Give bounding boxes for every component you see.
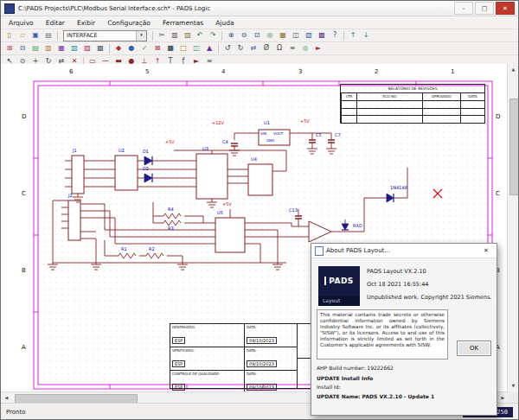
ohm-icon[interactable]: Ω: [273, 43, 285, 54]
vertical-scrollbar[interactable]: ▲ ▼: [507, 64, 518, 391]
legal-notice: This material contains trade secrets or …: [317, 309, 448, 360]
title-block-value: ESP: [172, 360, 185, 367]
new-icon[interactable]: ▯: [3, 30, 16, 41]
menu-item[interactable]: Editar: [40, 17, 71, 29]
rotate-cw-icon[interactable]: ↻: [234, 43, 247, 54]
zoom-in-icon[interactable]: ⊕: [225, 30, 237, 41]
redo-icon[interactable]: ↷: [207, 30, 219, 41]
title-block-row: CONTROLE DE QUALIDADE: ESP DATA: 09/10/2…: [170, 371, 297, 391]
dialog-title-bar[interactable]: About PADS Layout... ✕: [311, 244, 497, 258]
menu-bar: ArquivoEditarExibirConfiguraçãoFerrament…: [1, 16, 518, 29]
dialog-icon: [315, 246, 324, 256]
up-hierarchy-icon[interactable]: ↑: [347, 30, 359, 41]
toolbar-separator: [218, 44, 219, 54]
zoom-board-icon[interactable]: ⊡: [251, 30, 263, 41]
scroll-up-icon[interactable]: ▲: [508, 64, 519, 75]
copyright-text: Unpublished work. Copyright 2021 Siemens…: [367, 294, 493, 301]
toolbar-separator: [221, 31, 222, 41]
update-install-info: UPDATE Install Info: [317, 375, 373, 382]
world-icon[interactable]: ◎: [299, 43, 311, 54]
toolbar-separator: [343, 31, 344, 41]
scrollbar-corner: [507, 391, 518, 403]
menu-item[interactable]: Ferramentas: [157, 17, 209, 29]
layers-icon[interactable]: ▧: [303, 30, 315, 41]
board-icon[interactable]: ■: [164, 43, 176, 54]
pad-icon[interactable]: □: [177, 43, 189, 54]
ole-object-icon[interactable]: ▩: [316, 30, 328, 41]
title-block-date-label: DATA:: [247, 325, 295, 329]
title-block-label: DESENHADO:: [172, 325, 242, 329]
minimize-button[interactable]: –: [454, 2, 473, 15]
chevron-down-icon[interactable]: ▾: [136, 31, 146, 41]
revision-empty-cell: [460, 116, 484, 123]
zoom-out-icon[interactable]: ⊖: [238, 30, 250, 41]
maximize-button[interactable]: □: [475, 2, 494, 15]
revision-empty-cell: [460, 109, 484, 116]
toolbar-layout: ⊞⊟▤▥▦▧▨▩ ◆●✓⊠■□◫▲ ↺↻⇄ØΩ≡◎►: [1, 42, 518, 55]
window-title: C:\PADS Projects\PLC\Modbus Serial Inter…: [18, 5, 210, 12]
toolbar-separator: [152, 31, 153, 41]
copper-icon[interactable]: ▧: [68, 43, 80, 54]
line-tool-icon[interactable]: ▦: [55, 43, 67, 54]
title-block-value: ESP: [172, 337, 185, 344]
verify-icon[interactable]: ✓: [138, 43, 151, 54]
measure-icon[interactable]: Ø: [260, 43, 272, 54]
paste-icon[interactable]: ▨: [182, 30, 194, 41]
vertical-scroll-thumb[interactable]: [509, 99, 519, 195]
revision-table: RELATÓRIO DE REVISÕES LTRECO NOAPROVADOD…: [340, 84, 485, 124]
swap-icon[interactable]: ⇄: [247, 43, 260, 54]
scroll-down-icon[interactable]: ▼: [508, 380, 519, 391]
close-button[interactable]: ✕: [496, 2, 515, 15]
dialog-close-icon[interactable]: ✕: [479, 247, 493, 254]
app-icon: [4, 3, 15, 14]
build-number: AHP Build number: 19222662: [317, 365, 394, 372]
revision-empty-cell: [356, 116, 422, 123]
logo-subtitle: Layout: [318, 296, 360, 306]
menu-item[interactable]: Ajuda: [209, 17, 240, 29]
flag-icon[interactable]: ►: [312, 43, 324, 54]
text-tool-icon[interactable]: ▥: [42, 43, 54, 54]
help-icon[interactable]: ?: [329, 30, 341, 41]
open-icon[interactable]: ▱: [16, 30, 29, 41]
drafting-icon[interactable]: ▤: [29, 43, 42, 54]
dialog-title: About PADS Layout...: [326, 247, 390, 254]
route-icon[interactable]: ◆: [112, 43, 125, 54]
cut-icon[interactable]: ✂: [156, 30, 168, 41]
sheet-icon[interactable]: ▦: [277, 30, 289, 41]
toolbar-standard: ▯▱▣▤ INTERFACE ▾ ✂▥▨ ↶↷ ⊕⊖⊡◎▦◫▧▩? ↑↓: [1, 29, 518, 42]
net-icon[interactable]: ◫: [190, 43, 202, 54]
logo-title: PADS: [329, 277, 354, 285]
rotate-ccw-icon[interactable]: ↺: [221, 43, 234, 54]
redraw-icon[interactable]: ◎: [264, 30, 276, 41]
revision-empty-cell: [460, 101, 484, 108]
selection-filter-icon[interactable]: ◫: [290, 30, 302, 41]
via-icon[interactable]: ▩: [94, 43, 106, 54]
menu-item[interactable]: Configuração: [101, 17, 157, 29]
title-block-date-label: DATA:: [247, 372, 295, 376]
keepout-icon[interactable]: ▨: [81, 43, 93, 54]
sheet-selector-combo[interactable]: INTERFACE ▾: [63, 30, 147, 41]
plane-icon[interactable]: ▲: [203, 43, 215, 54]
undo-icon[interactable]: ↶: [194, 30, 206, 41]
copy-icon[interactable]: ▥: [169, 30, 181, 41]
drc-icon[interactable]: ⊠: [151, 43, 163, 54]
title-block-date: 09/10/2023: [247, 360, 277, 367]
print-icon[interactable]: ▤: [42, 30, 54, 41]
title-block-label: CONTROLE DE QUALIDADE:: [172, 372, 242, 376]
revision-empty-cell: [422, 101, 460, 108]
save-icon[interactable]: ▣: [29, 30, 42, 41]
autoroute-icon[interactable]: ●: [125, 43, 138, 54]
product-name: PADS Layout VX.2.10: [367, 268, 493, 275]
title-block-row: VERIFICADO: ESP DATA: 09/10/2023: [170, 347, 297, 371]
revision-column-header: APROVADO: [422, 93, 460, 100]
list-icon[interactable]: ≡: [286, 43, 298, 54]
title-block-row: DESENHADO: ESP DATA: 09/10/2023: [170, 324, 297, 347]
toolbar-separator: [57, 31, 58, 41]
install-id: Install Id:: [317, 384, 341, 391]
menu-item[interactable]: Arquivo: [3, 17, 40, 29]
grid-icon[interactable]: ⊞: [3, 43, 16, 54]
ok-button[interactable]: OK: [457, 340, 491, 356]
down-hierarchy-icon[interactable]: ↓: [360, 30, 372, 41]
menu-item[interactable]: Exibir: [71, 17, 101, 29]
origin-icon[interactable]: ⊟: [16, 43, 29, 54]
